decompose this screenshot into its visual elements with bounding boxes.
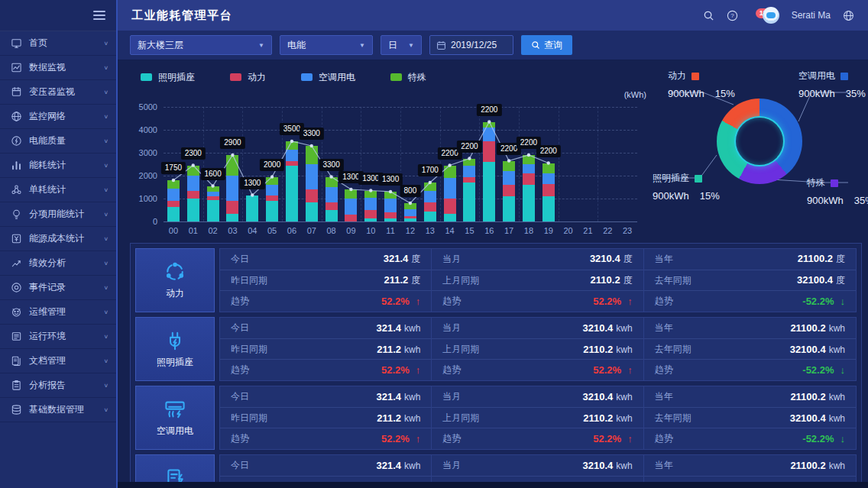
metric-line: 当年 21100.2kwh (644, 455, 856, 477)
sidebar-item-label: 首页 (29, 37, 103, 50)
legend-item[interactable]: 照明插座 (141, 71, 195, 84)
data-point-label: 3300 (300, 128, 324, 140)
sidebar-item-home[interactable]: 首页∨ (0, 31, 116, 56)
avatar[interactable] (763, 7, 779, 24)
legend-item[interactable]: 空调用电 (301, 71, 355, 84)
lighting-swatch (695, 175, 702, 183)
sidebar-item-transformer[interactable]: 变压器监视∨ (0, 80, 116, 105)
metric-line: 当月 3210.4kwh (432, 318, 643, 339)
table-row: 动力 今日 321.4度 昨日同期 211.2度 趋势 52.2%↑ 当月 32… (135, 248, 857, 312)
metric-line: 当年 21100.2kwh (644, 386, 856, 408)
bar-chart-plot: (kWh) 1750230016002900130020003500330033… (130, 87, 648, 240)
date-picker[interactable]: 2019/12/25 (429, 35, 513, 55)
sidebar-item-basedata[interactable]: 基础数据管理∨ (0, 398, 116, 422)
language-globe-icon[interactable] (843, 10, 854, 21)
home-icon (11, 37, 22, 49)
trend-line: 趋势 -52.2%↓ (644, 291, 856, 312)
x-axis-tick: 05 (267, 226, 277, 235)
trend-up-arrow-icon: ↑ (627, 296, 633, 307)
category-panel[interactable]: 动力 (135, 248, 215, 312)
energy-bar-chart: 照明插座动力空调用电特殊 (kWh) 175023001600290013002… (130, 63, 648, 240)
chart-legend: 照明插座动力空调用电特殊 (130, 63, 648, 86)
data-point-label: 800 (400, 185, 421, 197)
trend-up-arrow-icon: ↑ (627, 364, 633, 376)
chevron-down-icon: ∨ (103, 309, 108, 315)
sidebar-item-ops[interactable]: 运维管理∨ (0, 300, 116, 325)
sidebar-item-network[interactable]: 监控网络∨ (0, 105, 116, 129)
special-swatch (831, 179, 838, 187)
metric-line: 昨日同期 211.2度 (220, 270, 431, 292)
period-select[interactable]: 日▼ (381, 35, 422, 55)
x-axis-tick: 09 (346, 226, 355, 235)
x-axis-tick: 14 (445, 226, 454, 235)
data-point-label: 2900 (220, 137, 245, 149)
sidebar-item-label: 文档管理 (29, 354, 103, 367)
sidebar-item-bars[interactable]: 能耗统计∨ (0, 154, 116, 178)
report-icon (11, 380, 22, 391)
data-icon (11, 62, 22, 73)
category-panel[interactable]: 空调用电 (135, 386, 215, 450)
legend-swatch (301, 73, 313, 81)
search-icon[interactable] (703, 10, 714, 21)
metric-line: 当月 3210.4kwh (432, 455, 643, 477)
user-name[interactable]: Serati Ma (792, 10, 831, 21)
bottom-strip (118, 482, 868, 488)
chart-unit-label: (kWh) (624, 90, 646, 99)
donut-ring[interactable] (717, 99, 802, 184)
query-button-label: 查询 (544, 39, 562, 52)
data-point-label: 2300 (181, 147, 206, 160)
unit-label: kwh (404, 413, 420, 424)
top-header: 工业能耗管理平台 ? 11 Serati Ma (118, 0, 868, 31)
unit-label: kwh (829, 344, 845, 355)
data-point-label: 2200 (457, 141, 481, 153)
chevron-down-icon: ∨ (103, 260, 108, 267)
legend-label: 空调用电 (319, 71, 355, 84)
y-axis-tick: 4000 (130, 125, 157, 134)
sidebar-item-report[interactable]: 分析报告∨ (0, 373, 116, 398)
sidebar-item-bulb[interactable]: 分项用能统计∨ (0, 202, 116, 227)
data-point-label: 1750 (161, 162, 186, 174)
trend-line: 趋势 52.2%↑ (220, 428, 431, 449)
data-point-label: 3300 (319, 159, 343, 171)
sidebar-item-label: 能源成本统计 (29, 232, 103, 245)
x-axis-tick: 22 (603, 226, 612, 235)
energy-type-select[interactable]: 电能▼ (280, 35, 373, 55)
period-select-value: 日 (388, 39, 397, 52)
x-axis-tick: 01 (189, 226, 198, 235)
sidebar-item-docs[interactable]: 文档管理∨ (0, 349, 116, 373)
x-axis-tick: 15 (465, 226, 474, 235)
sidebar-item-yen[interactable]: 能源成本统计∨ (0, 227, 116, 251)
category-panel[interactable]: 照明插座 (135, 317, 215, 381)
unit-label: kwh (616, 344, 632, 355)
sidebar-item-label: 运行环境 (29, 330, 103, 343)
unit-label: kwh (829, 461, 845, 471)
x-axis-tick: 08 (326, 226, 335, 235)
unit-label: 度 (623, 254, 633, 264)
sidebar-item-share[interactable]: 单耗统计∨ (0, 178, 116, 202)
metric-group: 今日 321.4度 昨日同期 211.2度 趋势 52.2%↑ (220, 249, 432, 312)
metrics-grid: 今日 321.4kwh 昨日同期 211.2kwh 趋势 52.2%↑ 当月 3… (219, 317, 857, 381)
chevron-down-icon: ∨ (103, 358, 108, 364)
help-icon[interactable]: ? (727, 10, 738, 21)
metric-group: 今日 321.4kwh 昨日同期 211.2kwh 趋势 52.2%↑ (220, 386, 432, 449)
query-button[interactable]: 查询 (521, 35, 572, 55)
unit-label: kwh (829, 323, 845, 334)
menu-toggle-icon[interactable] (93, 11, 105, 20)
sidebar-item-perf[interactable]: 绩效分析∨ (0, 251, 116, 276)
sidebar-item-env[interactable]: 运行环境∨ (0, 325, 116, 349)
building-select[interactable]: 新大楼三层▼ (130, 35, 272, 55)
trend-line: 趋势 52.2%↑ (432, 291, 643, 312)
donut-hole (734, 116, 785, 166)
legend-item[interactable]: 特殊 (390, 71, 426, 84)
legend-item[interactable]: 动力 (230, 71, 266, 84)
filter-bar: 新大楼三层▼ 电能▼ 日▼ 2019/12/25 查询 (118, 31, 868, 60)
sidebar-item-data[interactable]: 数据监视∨ (0, 56, 116, 80)
y-axis-tick: 0 (130, 217, 157, 226)
trend-line: 趋势 52.2%↑ (220, 360, 431, 380)
ac-swatch (840, 73, 848, 80)
x-axis-tick: 17 (504, 226, 513, 235)
sidebar-item-record[interactable]: 事件记录∨ (0, 276, 116, 300)
sidebar-item-label: 绩效分析 (29, 257, 103, 270)
donut-label-lighting: 照明插座 900kWh15% (653, 172, 720, 202)
sidebar-item-quality[interactable]: 电能质量∨ (0, 129, 116, 154)
